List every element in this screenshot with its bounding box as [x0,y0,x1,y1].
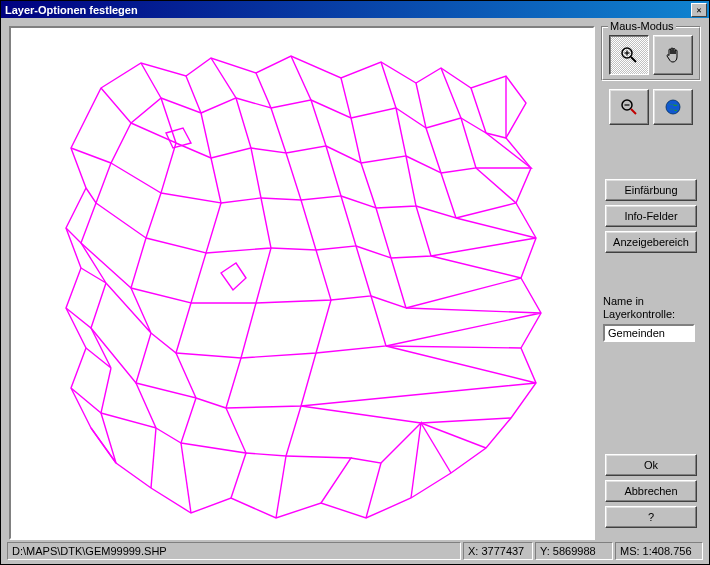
status-y: Y: 5869988 [535,542,613,560]
dialog-window: Layer-Optionen festlegen ✕ [0,0,710,565]
status-x: X: 3777437 [463,542,533,560]
window-title: Layer-Optionen festlegen [5,4,691,16]
zoom-out-icon [619,97,639,117]
layer-name-label-2: Layerkontrolle: [603,308,701,321]
status-path: D:\MAPS\DTK\GEM99999.SHP [7,542,461,560]
hand-icon [663,45,683,65]
zoom-in-mode-button[interactable] [609,35,649,75]
full-extent-button[interactable] [653,89,693,125]
coloring-button[interactable]: Einfärbung [605,179,697,201]
status-y-label: Y: [540,545,550,557]
status-scale: MS: 1:408.756 [615,542,703,560]
client-area: Maus-Modus [1,18,709,564]
mouse-mode-group: Maus-Modus [601,26,701,81]
mouse-mode-label: Maus-Modus [608,20,676,32]
svg-line-1 [631,57,636,62]
close-button[interactable]: ✕ [691,3,707,17]
side-panel: Maus-Modus [601,26,701,540]
help-button[interactable]: ? [605,506,697,528]
cancel-button[interactable]: Abbrechen [605,480,697,502]
zoom-in-icon [619,45,639,65]
svg-line-5 [631,109,636,114]
map-boundaries [11,28,591,538]
layer-name-input[interactable] [603,324,695,342]
titlebar: Layer-Optionen festlegen ✕ [1,1,709,18]
statusbar: D:\MAPS\DTK\GEM99999.SHP X: 3777437 Y: 5… [3,542,707,562]
display-area-button[interactable]: Anzeigebereich [605,231,697,253]
ok-button[interactable]: Ok [605,454,697,476]
info-fields-button[interactable]: Info-Felder [605,205,697,227]
status-ms-value: 1:408.756 [643,545,692,557]
layer-name-label-1: Name in [603,295,701,308]
map-viewport[interactable] [9,26,595,540]
status-x-label: X: [468,545,478,557]
main-area: Maus-Modus [3,20,707,542]
pan-mode-button[interactable] [653,35,693,75]
status-ms-label: MS: [620,545,640,557]
status-x-value: 3777437 [481,545,524,557]
zoom-out-button[interactable] [609,89,649,125]
status-y-value: 5869988 [553,545,596,557]
globe-icon [663,97,683,117]
